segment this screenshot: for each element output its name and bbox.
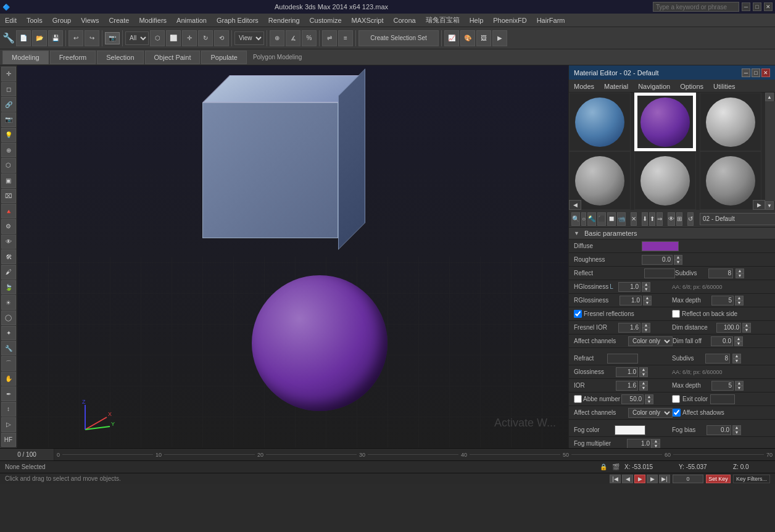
frame-number[interactable]: 0	[673, 475, 703, 483]
maximize-button[interactable]: □	[753, 2, 761, 11]
anim-play[interactable]: ▶	[634, 475, 645, 483]
refract-maxdepth-down[interactable]: ▼	[735, 386, 744, 391]
menu-animation[interactable]: Animation	[172, 15, 212, 25]
anim-next-end[interactable]: ▶|	[659, 475, 670, 483]
maxdepth-up[interactable]: ▲	[735, 296, 744, 301]
mat-editor-close[interactable]: ✕	[761, 69, 770, 77]
fresnel-ior-up[interactable]: ▲	[642, 323, 650, 328]
filter-select[interactable]: All	[125, 31, 149, 45]
expand-tool[interactable]: ↕	[1, 402, 16, 417]
helper-tool[interactable]: ⊕	[1, 143, 16, 157]
abbe-up[interactable]: ▲	[645, 394, 653, 399]
subdivs-down[interactable]: ▼	[736, 273, 744, 278]
abbe-down[interactable]: ▼	[645, 399, 653, 404]
subdivs-value[interactable]	[708, 268, 733, 278]
fx-tool[interactable]: ✦	[1, 326, 16, 341]
tab-modeling[interactable]: Modeling	[2, 51, 49, 64]
mat-menu-utilities[interactable]: Utilities	[708, 81, 740, 91]
ior-down[interactable]: ▼	[639, 386, 648, 391]
mat-put-to-btn[interactable]: ⬆	[649, 212, 655, 226]
menu-rendering[interactable]: Rendering	[263, 15, 305, 25]
tab-populate[interactable]: Populate	[201, 51, 246, 64]
key-filters-btn[interactable]: Key Filters...	[733, 475, 770, 483]
menu-edit[interactable]: Edit	[0, 15, 22, 25]
diffuse-color-swatch[interactable]	[642, 241, 679, 251]
hglossiness-up[interactable]: ▲	[642, 282, 650, 287]
scroll-left-btn[interactable]: ◀	[569, 200, 581, 210]
glossiness-down[interactable]: ▼	[639, 372, 648, 377]
sphere-object[interactable]	[252, 275, 387, 411]
mat-menu-material[interactable]: Material	[599, 81, 633, 91]
menu-group[interactable]: Group	[48, 15, 77, 25]
timeline-track[interactable]: 0 10 20 30 40 50 60 70	[54, 449, 775, 460]
mat-backlight-btn[interactable]: 🔦	[587, 212, 596, 226]
dim-distance-up[interactable]: ▲	[742, 323, 751, 328]
tab-object-paint[interactable]: Object Paint	[145, 51, 201, 64]
material-sphere-0[interactable]	[569, 93, 631, 151]
render-btn[interactable]: 🖼	[476, 30, 491, 46]
anim-prev-frame[interactable]: ◀	[622, 475, 633, 483]
dim-distance-down[interactable]: ▼	[742, 328, 751, 333]
select-object-button[interactable]: ⬡	[150, 30, 165, 46]
tab-freeform[interactable]: Freeform	[50, 51, 96, 64]
wrench-tool[interactable]: 🔧	[1, 341, 16, 355]
mat-video-btn[interactable]: 📹	[617, 212, 626, 226]
rglossiness-value[interactable]	[620, 296, 642, 305]
percent-snap-btn[interactable]: %	[302, 30, 317, 46]
undo-button[interactable]: ↩	[68, 30, 83, 46]
material-sphere-1[interactable]	[634, 93, 696, 151]
fresnel-ior-down[interactable]: ▼	[642, 328, 650, 333]
mat-bg-btn[interactable]: ⬛	[597, 212, 606, 226]
mirror-btn[interactable]: ⇌	[322, 30, 337, 46]
shape-tool[interactable]: ⬡	[1, 158, 16, 173]
new-button[interactable]: 📄	[16, 30, 31, 46]
mat-menu-modes[interactable]: Modes	[569, 81, 599, 91]
refract-subdivs-down[interactable]: ▼	[732, 359, 741, 364]
link-tool[interactable]: 🔗	[1, 97, 16, 112]
hierarchy-tool[interactable]: 🔺	[1, 204, 16, 218]
scroll-right-btn[interactable]: ▶	[753, 200, 765, 210]
mat-pick-btn[interactable]: 🔍	[571, 212, 580, 226]
mat-sample-type-btn[interactable]: ○	[581, 212, 586, 226]
rglossiness-up[interactable]: ▲	[643, 296, 652, 301]
material-sphere-4[interactable]	[634, 151, 696, 210]
move-button[interactable]: ✛	[182, 30, 197, 46]
dim-falloff-down[interactable]: ▼	[734, 341, 743, 346]
display-tool[interactable]: 👁	[1, 235, 16, 249]
fog-bias-value[interactable]	[707, 425, 731, 435]
angle-snap-btn[interactable]: ∡	[286, 30, 300, 46]
subdivs-up[interactable]: ▲	[736, 268, 744, 273]
maxdepth-value[interactable]	[711, 296, 734, 305]
mat-show-map-btn[interactable]: 👁	[668, 212, 675, 226]
refract-subdivs-value[interactable]	[705, 354, 730, 364]
fog-multiplier-down[interactable]: ▼	[652, 444, 660, 449]
basic-params-header[interactable]: ▼ Basic parameters	[569, 228, 775, 239]
align-btn[interactable]: ≡	[338, 30, 353, 46]
menu-hairfarm[interactable]: HairFarm	[532, 15, 570, 25]
dim-falloff-up[interactable]: ▲	[734, 336, 743, 341]
fog-bias-up[interactable]: ▲	[732, 425, 741, 430]
hand-tool[interactable]: ✋	[1, 372, 16, 386]
mat-menu-options[interactable]: Options	[675, 81, 708, 91]
affect-channels-dropdown[interactable]: Color only	[628, 336, 673, 346]
exit-color-checkbox[interactable]	[672, 395, 680, 403]
fog-multiplier-value[interactable]	[627, 439, 652, 449]
menu-phoenixfd[interactable]: PhoenixFD	[488, 15, 531, 25]
keyframe-btn[interactable]: Set Key	[706, 475, 731, 483]
roughness-up[interactable]: ▲	[674, 255, 682, 260]
select-tool[interactable]: ◻	[1, 82, 16, 97]
ior-value[interactable]	[616, 381, 638, 391]
scroll-down-btn[interactable]: ▼	[765, 201, 774, 210]
mat-get-from-btn[interactable]: ⬇	[642, 212, 648, 226]
abbe-checkbox[interactable]	[574, 395, 582, 403]
mat-spheres-scrollbar[interactable]: ▲ ▼	[765, 93, 775, 210]
leaf-tool[interactable]: 🍃	[1, 280, 16, 295]
anim-prev-start[interactable]: |◀	[610, 475, 621, 483]
move-tool[interactable]: ✛	[1, 67, 16, 81]
maxdepth-down[interactable]: ▼	[735, 301, 744, 305]
menu-tools[interactable]: Tools	[22, 15, 48, 25]
camera-tool[interactable]: 📷	[1, 112, 16, 127]
roughness-down[interactable]: ▼	[674, 260, 682, 265]
curve-editor-btn[interactable]: 📈	[444, 30, 459, 46]
paint-tool[interactable]: 🖌	[1, 265, 16, 280]
